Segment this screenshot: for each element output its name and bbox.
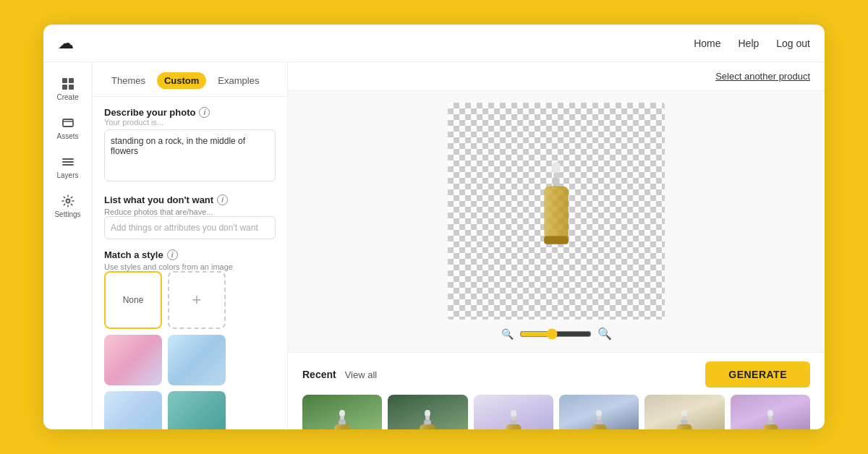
select-product-button[interactable]: Select another product — [715, 71, 810, 82]
svg-rect-12 — [553, 178, 559, 187]
svg-rect-21 — [425, 410, 431, 417]
svg-rect-25 — [420, 424, 435, 429]
canvas-preview — [448, 103, 665, 320]
describe-info-icon[interactable]: i — [199, 107, 210, 118]
match-style-info-icon[interactable]: i — [167, 249, 178, 260]
recent-bottle-4 — [586, 409, 612, 429]
svg-rect-14 — [544, 186, 569, 240]
nav-links: Home Help Log out — [694, 38, 810, 49]
zoom-in-icon[interactable]: 🔍 — [597, 327, 612, 340]
svg-rect-20 — [335, 424, 350, 429]
svg-rect-30 — [506, 424, 521, 429]
content-toolbar: Select another product — [288, 62, 825, 91]
generate-button[interactable]: GENERATE — [705, 361, 810, 387]
svg-rect-22 — [426, 416, 430, 421]
recent-item-5[interactable] — [644, 395, 724, 429]
nav-logout[interactable]: Log out — [776, 38, 810, 49]
zoom-controls: 🔍 🔍 — [501, 327, 612, 340]
tab-themes[interactable]: Themes — [104, 72, 153, 89]
svg-rect-26 — [511, 410, 516, 417]
style-none-card[interactable]: None — [104, 271, 162, 329]
tab-custom[interactable]: Custom — [157, 72, 206, 89]
nav-help[interactable]: Help — [738, 38, 759, 49]
svg-rect-40 — [677, 424, 692, 429]
recent-item-1[interactable] — [302, 395, 382, 429]
settings-icon — [61, 194, 75, 208]
sidebar-item-layers[interactable]: Layers — [48, 149, 88, 185]
svg-rect-35 — [592, 424, 607, 429]
dont-want-section: List what you don't want i Reduce photos… — [104, 194, 276, 239]
svg-rect-42 — [768, 416, 773, 421]
style-thumbnails-2 — [104, 391, 276, 429]
svg-rect-16 — [339, 410, 345, 417]
match-style-title: Match a style i — [104, 249, 276, 260]
recent-item-3[interactable] — [474, 395, 553, 429]
preview-area: 🔍 🔍 — [288, 91, 825, 352]
sidebar-item-layers-label: Layers — [56, 171, 78, 179]
recent-item-4[interactable] — [559, 395, 639, 429]
svg-rect-37 — [683, 416, 687, 421]
svg-rect-36 — [682, 410, 688, 417]
bottom-left: Recent View all — [302, 369, 377, 380]
zoom-slider[interactable] — [519, 328, 592, 340]
svg-rect-41 — [767, 410, 773, 417]
describe-section: Describe your photo i Your product is...… — [104, 107, 276, 184]
recent-bottle-3 — [501, 409, 527, 429]
bottom-header: Recent View all GENERATE — [302, 361, 810, 387]
svg-point-9 — [66, 200, 69, 203]
svg-rect-31 — [596, 410, 602, 417]
layers-icon — [61, 155, 75, 169]
view-all-link[interactable]: View all — [345, 369, 378, 380]
style-thumbnails — [104, 335, 276, 385]
sidebar-item-assets-label: Assets — [56, 132, 78, 140]
svg-rect-17 — [340, 416, 344, 421]
svg-rect-32 — [597, 416, 601, 421]
svg-rect-4 — [63, 119, 73, 127]
panel-content: Describe your photo i Your product is...… — [93, 97, 287, 429]
recent-bottle-5 — [671, 409, 697, 429]
left-panel: Themes Custom Examples Describe your pho… — [93, 62, 288, 429]
dont-want-info-icon[interactable]: i — [217, 194, 228, 205]
sidebar-item-create[interactable]: Create — [48, 71, 88, 107]
svg-rect-15 — [544, 236, 569, 244]
svg-rect-27 — [511, 416, 516, 421]
bottom-section: Recent View all GENERATE — [288, 352, 825, 429]
sidebar-item-assets[interactable]: Assets — [48, 110, 88, 146]
zoom-out-icon[interactable]: 🔍 — [501, 328, 514, 340]
product-bottle-svg — [527, 160, 585, 262]
svg-rect-45 — [762, 424, 778, 429]
sidebar-item-settings[interactable]: Settings — [48, 188, 88, 224]
dont-want-input[interactable] — [104, 216, 276, 239]
svg-rect-1 — [69, 78, 74, 83]
main-content: Select another product — [288, 62, 825, 429]
style-add-card[interactable]: + — [168, 271, 226, 329]
main-layout: Create Assets Layers — [43, 62, 825, 429]
svg-rect-0 — [62, 78, 67, 83]
dont-want-title: List what you don't want i — [104, 194, 276, 205]
create-icon — [61, 77, 75, 91]
style-thumb-3[interactable] — [104, 391, 162, 429]
svg-rect-2 — [62, 85, 67, 90]
style-thumb-4[interactable] — [168, 391, 226, 429]
match-style-subtitle: Use styles and colors from an image — [104, 262, 276, 271]
tab-examples[interactable]: Examples — [210, 72, 266, 89]
describe-textarea[interactable]: standing on a rock, in the middle of flo… — [104, 129, 276, 181]
describe-placeholder: Your product is... — [104, 118, 276, 127]
nav-home[interactable]: Home — [694, 38, 720, 49]
describe-title: Describe your photo i — [104, 107, 276, 118]
top-nav: ☁ Home Help Log out — [43, 25, 825, 62]
style-thumb-1[interactable] — [104, 335, 162, 385]
recent-label: Recent — [302, 369, 336, 380]
dont-want-subtitle: Reduce photos that are/have... — [104, 207, 276, 216]
svg-rect-10 — [552, 162, 560, 174]
assets-icon — [61, 116, 75, 130]
tab-bar: Themes Custom Examples — [93, 62, 287, 97]
app-window: ☁ Home Help Log out Create — [43, 25, 825, 429]
recent-bottle-2 — [414, 409, 441, 429]
recent-bottle-6 — [757, 409, 783, 429]
style-thumb-2[interactable] — [168, 335, 226, 385]
svg-rect-3 — [69, 85, 74, 90]
sidebar-item-settings-label: Settings — [54, 210, 80, 218]
recent-item-2[interactable] — [388, 395, 467, 429]
recent-item-6[interactable] — [731, 395, 810, 429]
